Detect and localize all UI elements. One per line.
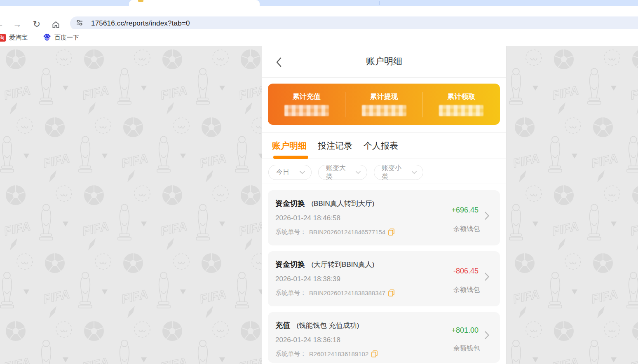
transaction-row[interactable]: 充值 (钱能钱包 充值成功) 2026-01-24 18:36:18 系统单号：… (268, 312, 500, 363)
browser-window: ← → ↻ 175616.cc/reports/index?tab=0 淘 爱淘… (0, 0, 638, 364)
url-text[interactable]: 175616.cc/reports/index?tab=0 (91, 19, 190, 28)
transaction-row[interactable]: 资金切换 (大厅转到BBIN真人) 2026-01-24 18:38:39 系统… (268, 251, 500, 306)
bookmark-label: 百度一下 (54, 34, 79, 42)
summary-value-masked (362, 105, 406, 116)
copy-icon[interactable] (371, 350, 378, 357)
section-divider (262, 184, 506, 184)
transaction-detail: (钱能钱包 充值成功) (296, 322, 359, 329)
summary-value-masked (284, 105, 329, 116)
summary-withdraw: 累计提现 (345, 84, 423, 125)
transaction-row[interactable]: 资金切换 (BBIN真人转到大厅) 2026-01-24 18:46:58 系统… (268, 190, 500, 245)
baidu-icon: du (43, 33, 51, 42)
summary-label: 累计提现 (345, 92, 423, 101)
browser-tabstrip (0, 0, 638, 6)
transaction-amount: +696.45 (451, 206, 478, 215)
transaction-wallet: 余额钱包 (453, 344, 480, 353)
svg-text:du: du (45, 37, 49, 40)
back-icon[interactable]: ← (0, 19, 5, 30)
taobao-icon: 淘 (0, 34, 6, 42)
tab-divider (379, 1, 380, 5)
summary-label: 累计领取 (422, 92, 500, 101)
home-icon[interactable] (50, 19, 61, 30)
summary-value-masked (439, 105, 483, 116)
transaction-list: 资金切换 (BBIN真人转到大厅) 2026-01-24 18:46:58 系统… (268, 190, 500, 364)
app-panel: 账户明细 累计充值 累计提现 累计领取 (262, 46, 507, 364)
transaction-title: 充值 (钱能钱包 充值成功) (275, 320, 359, 330)
order-label: 系统单号： (275, 228, 306, 236)
refresh-icon[interactable]: ↻ (31, 19, 42, 30)
tab-bet-records[interactable]: 投注记录 (318, 140, 352, 152)
page-background: FIFA (0, 46, 638, 364)
bookmarks-bar: 淘 爱淘宝 du 百度一下 (0, 29, 638, 46)
bookmark-label: 爱淘宝 (9, 34, 28, 42)
transaction-order-row: 系统单号： BBIN202601241846577154 (275, 228, 394, 236)
copy-icon[interactable] (388, 229, 394, 236)
browser-toolbar: ← → ↻ 175616.cc/reports/index?tab=0 (0, 6, 638, 29)
transaction-datetime: 2026-01-24 18:46:58 (275, 214, 340, 222)
summary-label: 累计充值 (268, 92, 345, 101)
transaction-type: 资金切换 (275, 199, 305, 208)
transaction-wallet: 余额钱包 (453, 225, 480, 233)
transaction-type: 资金切换 (275, 260, 305, 268)
chevron-right-icon[interactable] (485, 212, 489, 220)
chevron-down-icon (300, 171, 305, 174)
chevron-right-icon[interactable] (485, 331, 489, 339)
active-tab-underline (273, 156, 308, 159)
summary-received: 累计领取 (422, 84, 500, 125)
url-bar[interactable]: 175616.cc/reports/index?tab=0 (70, 16, 638, 30)
order-label: 系统单号： (275, 350, 306, 358)
filter-minor-category-dropdown[interactable]: 账变小类 (374, 165, 423, 180)
chevron-down-icon (356, 171, 361, 174)
summary-card: 累计充值 累计提现 累计领取 (268, 84, 500, 125)
filter-label: 账变大类 (326, 164, 350, 181)
bookmark-taobao[interactable]: 淘 爱淘宝 (0, 29, 28, 46)
transaction-wallet: 余额钱包 (453, 286, 480, 294)
page-title: 账户明细 (262, 55, 506, 68)
transaction-amount: +801.00 (451, 326, 478, 335)
transaction-amount: -806.45 (453, 267, 478, 275)
chevron-down-icon (412, 171, 417, 174)
order-number: BBIN202601241846577154 (309, 229, 385, 236)
order-number: BBIN202601241838388347 (309, 289, 385, 296)
summary-recharge: 累计充值 (268, 84, 345, 125)
copy-icon[interactable] (388, 289, 394, 296)
active-tab[interactable] (129, 0, 260, 6)
filter-label: 账变小类 (382, 164, 406, 181)
filters-row: 今日 账变大类 账变小类 (268, 165, 423, 180)
transaction-datetime: 2026-01-24 18:38:39 (275, 275, 340, 283)
bookmark-baidu[interactable]: du 百度一下 (43, 29, 79, 46)
transaction-detail: (BBIN真人转到大厅) (311, 200, 374, 208)
chevron-right-icon[interactable] (485, 273, 489, 281)
transaction-title: 资金切换 (BBIN真人转到大厅) (275, 198, 374, 208)
filter-date-dropdown[interactable]: 今日 (268, 165, 312, 180)
order-number: R2601241836189102 (309, 350, 368, 357)
forward-icon[interactable]: → (12, 19, 23, 30)
transaction-detail: (大厅转到BBIN真人) (311, 261, 374, 268)
site-settings-icon[interactable] (75, 19, 84, 28)
order-label: 系统单号： (275, 289, 306, 297)
transaction-type: 充值 (275, 321, 290, 329)
transaction-datetime: 2026-01-24 18:36:18 (275, 336, 340, 344)
filter-major-category-dropdown[interactable]: 账变大类 (318, 165, 367, 180)
transaction-title: 资金切换 (大厅转到BBIN真人) (275, 259, 374, 269)
page-header: 账户明细 (262, 46, 506, 78)
tab-favicon (138, 0, 143, 2)
tab-bar: 账户明细 投注记录 个人报表 (262, 133, 506, 159)
tab-account-details[interactable]: 账户明细 (272, 140, 307, 152)
filter-label: 今日 (276, 168, 289, 177)
transaction-order-row: 系统单号： R2601241836189102 (275, 350, 378, 358)
transaction-order-row: 系统单号： BBIN202601241838388347 (275, 289, 394, 297)
tab-personal-report[interactable]: 个人报表 (364, 140, 398, 152)
